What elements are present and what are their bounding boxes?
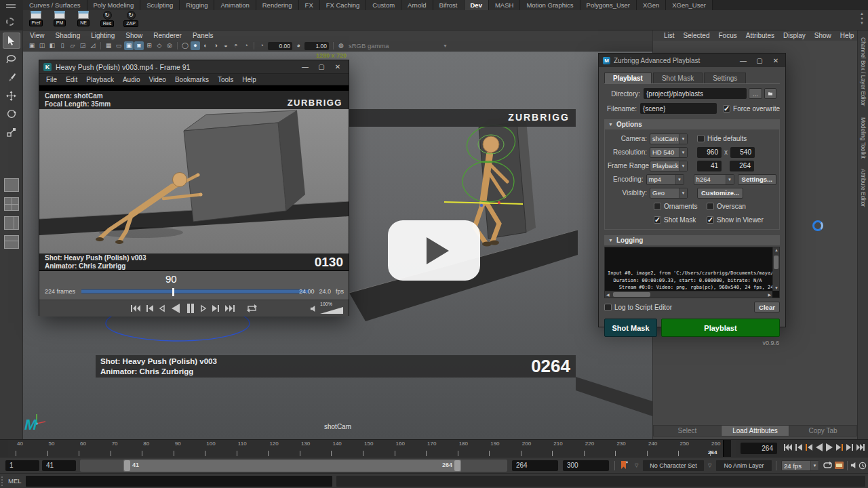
attribute-editor-menu-item[interactable]: Selected (684, 32, 710, 39)
shelf-tab[interactable]: Arnold (401, 0, 433, 10)
shot-mask-button[interactable]: Shot Mask (604, 319, 657, 337)
range-slider[interactable]: 41 264 (80, 460, 507, 472)
gear-icon[interactable] (6, 18, 14, 26)
step-back-one-key-button[interactable] (795, 443, 803, 452)
time-tick[interactable]: 90 (174, 440, 205, 458)
color-management-icon[interactable]: ◍ (336, 41, 346, 50)
minimize-button[interactable]: — (297, 63, 313, 70)
viewport-menu-item[interactable]: Renderer (153, 32, 182, 39)
skip-to-end-button[interactable] (225, 304, 235, 312)
exposure-field[interactable]: 0.00 (268, 42, 292, 50)
playblast-titlebar[interactable]: M Zurbrigg Advanced Playblast — ▢ ✕ (599, 54, 785, 67)
bookmark-icon[interactable]: ▯ (58, 41, 67, 50)
ornaments-checkbox[interactable] (654, 203, 661, 210)
shelf-button[interactable]: Pref (26, 11, 46, 27)
clear-log-button[interactable]: Clear (754, 302, 780, 312)
fps-dropdown[interactable]: 24 fps▼ (781, 460, 819, 471)
next-frame-button[interactable] (212, 304, 220, 312)
frame-start-field[interactable]: 41 (697, 161, 722, 171)
layout-persp-outliner-button[interactable] (4, 216, 19, 230)
viewcube-icon[interactable]: ▣ (27, 41, 37, 50)
shelf-button[interactable]: NE (73, 11, 94, 27)
shelf-tab[interactable]: Rigging (180, 0, 214, 10)
step-back-button[interactable] (159, 304, 165, 312)
character-set-selector[interactable]: No Character Set (643, 460, 704, 471)
log-to-script-editor-checkbox[interactable] (604, 304, 612, 311)
viewport-menu-item[interactable]: View (30, 32, 45, 39)
film-gate-icon[interactable]: ▭ (114, 41, 123, 50)
shaded-mode-icon[interactable]: ● (191, 41, 200, 50)
player-menu-item[interactable]: Playback (86, 76, 114, 83)
player-scrubber[interactable] (81, 289, 309, 293)
playblast-tab[interactable]: Shot Mask (653, 73, 703, 83)
rotate-tool-button[interactable] (3, 106, 20, 122)
attribute-editor-menu-item[interactable]: Focus (718, 32, 736, 39)
shelf-tab[interactable]: Sculpting (140, 0, 180, 10)
frame-range-dropdown[interactable]: Playback▼ (650, 161, 688, 171)
current-time-field[interactable]: 264 (741, 443, 777, 454)
maximize-button[interactable]: ▢ (751, 57, 768, 64)
previous-frame-button[interactable] (146, 304, 153, 312)
attribute-editor-button[interactable]: Select (654, 426, 721, 436)
go-to-end-button[interactable] (856, 443, 865, 452)
time-tick[interactable]: 80 (142, 440, 174, 458)
layout-custom-button[interactable] (4, 235, 19, 249)
sidebar-tab[interactable]: Attribute Editor (860, 169, 867, 207)
layout-single-pane-button[interactable] (4, 178, 19, 192)
browse-button[interactable]: ... (749, 88, 762, 99)
player-menu-item[interactable]: Help (242, 76, 256, 83)
shelf-tab[interactable]: Custom (366, 0, 401, 10)
time-tick[interactable]: 140 (331, 440, 363, 458)
sidebar-tab[interactable]: Modeling Toolkit (860, 117, 867, 159)
time-tick[interactable]: 60 (79, 440, 111, 458)
ambient-occlusion-icon[interactable]: ◓ (231, 41, 241, 50)
motion-blur-icon[interactable]: ◔ (241, 41, 251, 50)
time-tick[interactable]: 180 (458, 440, 490, 458)
maximize-button[interactable]: ▢ (313, 63, 330, 70)
colorspace-dropdown[interactable]: sRGB gamma ▼ (346, 42, 448, 49)
log-output[interactable]: Input #0, image2, from 'C:/Users/czurbri… (604, 247, 780, 298)
vertical-scrollbar[interactable]: ▲▼ (772, 247, 779, 291)
shelf-tab[interactable]: XGen (637, 0, 666, 10)
grease-pencil-icon[interactable]: ◿ (88, 41, 98, 50)
playback-start-field[interactable]: 41 (42, 460, 76, 471)
player-playhead[interactable] (172, 288, 174, 296)
mute-speaker-icon[interactable] (850, 462, 858, 469)
attribute-editor-button[interactable]: Load Attributes (722, 426, 789, 436)
play-forwards-button[interactable] (825, 443, 833, 452)
open-folder-button[interactable] (764, 88, 776, 99)
shelf-button[interactable]: ↻ Res (97, 11, 117, 27)
close-button[interactable]: ✕ (330, 63, 346, 70)
attribute-editor-menu-item[interactable]: Show (814, 32, 831, 39)
time-tick[interactable]: 240 (647, 440, 679, 458)
shelf-tab[interactable]: XGen_User (666, 0, 713, 10)
go-to-start-button[interactable] (783, 443, 793, 452)
sidebar-tab[interactable]: Channel Box / Layer Editor (860, 37, 867, 106)
all-lights-icon[interactable]: ◑ (211, 41, 220, 50)
animation-preferences-icon[interactable] (859, 462, 867, 470)
set-key-icon[interactable] (619, 460, 629, 470)
player-menu-item[interactable]: Tools (218, 76, 233, 83)
time-tick[interactable]: 230 (615, 440, 647, 458)
viewport-menu-item[interactable]: Panels (193, 32, 214, 39)
step-forward-one-key-button[interactable] (846, 443, 854, 452)
resolution-gate-icon[interactable]: ▣ (124, 41, 134, 50)
animation-start-field[interactable]: 1 (5, 460, 39, 471)
image-plane-icon[interactable]: ▱ (68, 41, 77, 50)
loop-button[interactable] (247, 304, 257, 312)
resolution-dropdown[interactable]: HD 540▼ (650, 147, 688, 158)
exposure-icon[interactable]: ◔ (257, 41, 267, 50)
time-tick[interactable]: 130 (300, 440, 332, 458)
camera-dropdown[interactable]: shotCam▼ (650, 134, 688, 144)
time-tick[interactable]: 120 (268, 440, 300, 458)
minimize-button[interactable]: — (735, 57, 751, 64)
camera-lock-icon[interactable]: ◧ (47, 41, 57, 50)
select-tool-button[interactable] (3, 33, 20, 49)
viewport-menu-item[interactable]: Show (125, 32, 142, 39)
lasso-tool-button[interactable] (3, 51, 20, 67)
time-tick[interactable]: 200 (521, 440, 553, 458)
step-forward-button[interactable] (201, 304, 207, 312)
force-overwrite-checkbox[interactable] (723, 105, 730, 113)
shelf-tab[interactable]: Polygons_User (580, 0, 637, 10)
time-tick[interactable]: 40 (16, 440, 47, 458)
